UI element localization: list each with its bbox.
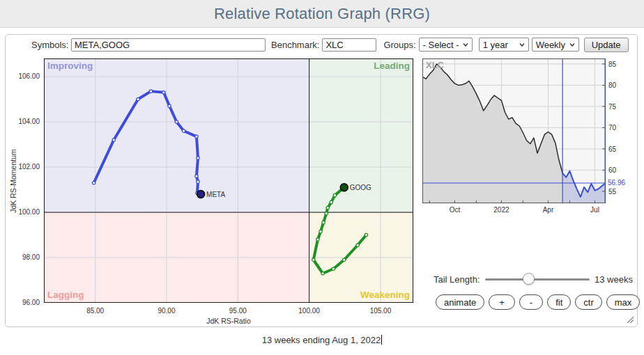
head-GOOG [340, 184, 348, 191]
tail-length-label: Tail Length: [434, 274, 480, 285]
groups-select-value: - Select - [423, 40, 459, 50]
page-title: Relative Rotation Graph (RRG) [0, 0, 644, 28]
x-tick-label: 100.00 [292, 307, 327, 315]
benchmark-y-tick-label: 65 [608, 145, 629, 153]
groups-label: Groups: [383, 40, 415, 50]
benchmark-y-tick-label: 55 [608, 188, 629, 196]
benchmark-y-tick-label: 70 [608, 124, 629, 132]
y-tick-label: 104.00 [13, 118, 40, 125]
chevron-down-icon [519, 41, 526, 48]
resize-handle-icon[interactable] [624, 314, 634, 324]
benchmark-label: Benchmark: [271, 40, 319, 50]
x-tick-label: 105.00 [363, 307, 398, 315]
benchmark-y-tick-label: 60 [608, 166, 629, 174]
period-select[interactable]: 1 year [479, 38, 529, 52]
series-label-META: META [206, 191, 225, 198]
x-tick-label: 90.00 [149, 307, 184, 315]
benchmark-x-tick-label: 2022 [487, 206, 515, 214]
symbols-input[interactable] [71, 38, 266, 52]
rrg-app: Relative Rotation Graph (RRG) Symbols: B… [0, 0, 644, 355]
status-bar: 13 weeks ending Aug 1, 2022 [0, 335, 644, 345]
tail-length-value: 13 weeks [595, 274, 633, 285]
rrg-x-axis: 85.0090.0095.00100.00105.00 [44, 303, 413, 313]
x-tick-label: 85.00 [78, 307, 113, 315]
benchmark-x-tick-label: Oct [440, 206, 468, 214]
y-tick-label: 98.00 [13, 253, 40, 261]
frequency-select-value: Weekly [536, 40, 565, 50]
series-label-GOOG: GOOG [350, 184, 371, 191]
rrg-plot-svg: METAGOOG [44, 58, 413, 303]
rrg-quadrant-chart[interactable]: METAGOOG Improving Leading Lagging Weake… [44, 58, 413, 303]
center-button[interactable]: ctr [575, 294, 601, 310]
y-tick-label: 96.00 [13, 299, 40, 306]
benchmark-y-tick-label: 80 [608, 81, 629, 89]
rrg-widget: Symbols: Benchmark: Groups: - Select - 1… [5, 34, 638, 327]
zoom-in-button[interactable]: + [489, 294, 515, 310]
animate-button[interactable]: animate [436, 294, 484, 310]
benchmark-y-tick-label: 75 [608, 103, 629, 111]
max-button[interactable]: max [606, 294, 641, 310]
benchmark-input[interactable] [322, 38, 376, 52]
chevron-down-icon [569, 41, 576, 48]
benchmark-plot-svg [422, 58, 606, 203]
controls-bar: Symbols: Benchmark: Groups: - Select - 1… [6, 36, 637, 53]
symbols-label: Symbols: [31, 40, 67, 50]
chart-action-buttons: animate + - fit ctr max [436, 294, 640, 310]
app-header: Relative Rotation Graph (RRG) [0, 0, 644, 28]
rrg-x-axis-title: JdK RS-Ratio [44, 317, 413, 325]
benchmark-y-tick-label: 85 [608, 61, 629, 68]
status-text: 13 weeks ending Aug 1, 2022 [262, 335, 381, 345]
benchmark-symbol-watermark: XLC [426, 60, 444, 70]
period-select-value: 1 year [483, 40, 508, 50]
frequency-select[interactable]: Weekly [532, 38, 579, 52]
tail-length-slider[interactable] [485, 278, 590, 281]
x-tick-label: 95.00 [220, 307, 255, 315]
chevron-down-icon [462, 41, 469, 48]
zoom-out-button[interactable]: - [519, 294, 543, 310]
benchmark-mini-chart[interactable]: XLC 85807570656055 56.96 Oct2022AprJul [422, 58, 631, 226]
update-button[interactable]: Update [584, 38, 629, 52]
y-tick-label: 106.00 [13, 72, 40, 80]
benchmark-x-tick-label: Apr [534, 206, 562, 214]
text-caret [381, 335, 382, 345]
tail-META [94, 91, 201, 194]
benchmark-last-price-label: 56.96 [608, 179, 633, 187]
head-META [197, 191, 205, 198]
groups-select[interactable]: - Select - [419, 38, 473, 52]
benchmark-x-tick-label: Jul [581, 206, 609, 214]
slider-handle[interactable] [523, 273, 535, 285]
rrg-y-axis-title: JdK RS-Momentum [9, 139, 17, 223]
fit-button[interactable]: fit [547, 294, 571, 310]
rrg-y-axis: 96.0098.00100.00102.00104.00106.00 [13, 58, 44, 303]
